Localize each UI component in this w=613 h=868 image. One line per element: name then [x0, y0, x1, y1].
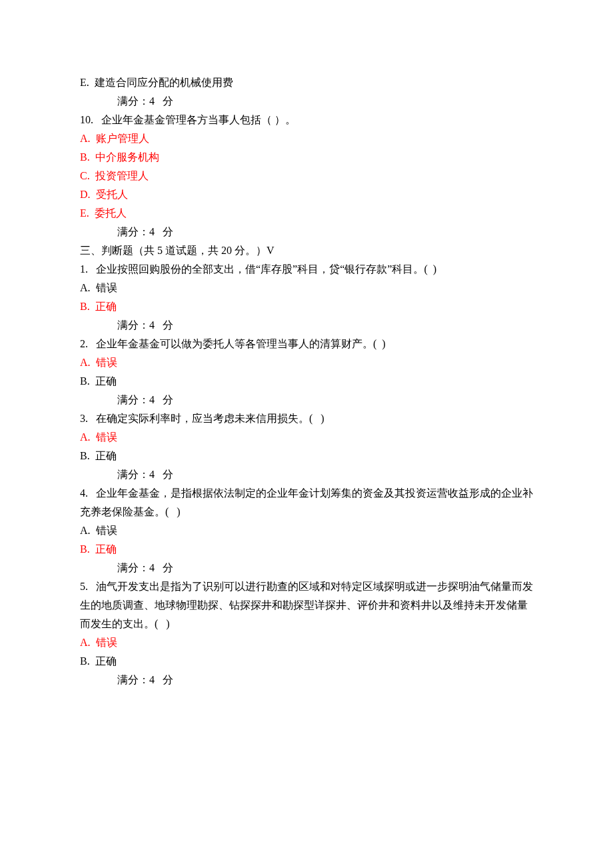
tf1-score: 满分：4 分: [80, 316, 533, 335]
tf4-score: 满分：4 分: [80, 559, 533, 577]
tf2-option-a: A. 错误: [80, 353, 533, 372]
tf5-option-b: B. 正确: [80, 652, 533, 671]
q10-score: 满分：4 分: [80, 223, 533, 241]
section3-heading: 三、判断题（共 5 道试题，共 20 分。）V: [80, 241, 533, 260]
tf1-option-b: B. 正确: [80, 297, 533, 316]
tf2-option-b: B. 正确: [80, 372, 533, 391]
prev-score: 满分：4 分: [80, 92, 533, 111]
tf5-option-a: A. 错误: [80, 633, 533, 652]
tf1-stem: 1. 企业按照回购股份的全部支出，借“库存股”科目，贷“银行存款”科目。( ): [80, 260, 533, 279]
tf3-stem: 3. 在确定实际利率时，应当考虑未来信用损失。( ): [80, 409, 533, 428]
tf3-score: 满分：4 分: [80, 465, 533, 484]
q10-stem: 10. 企业年金基金管理各方当事人包括（ ）。: [80, 111, 533, 129]
q10-option-d: D. 受托人: [80, 185, 533, 204]
tf2-score: 满分：4 分: [80, 391, 533, 409]
tf4-option-b: B. 正确: [80, 540, 533, 559]
tf4-stem: 4. 企业年金基金，是指根据依法制定的企业年金计划筹集的资金及其投资运营收益形成…: [80, 484, 533, 521]
tf4-option-a: A. 错误: [80, 521, 533, 540]
tf5-score: 满分：4 分: [80, 671, 533, 689]
tf5-stem: 5. 油气开发支出是指为了识别可以进行勘查的区域和对特定区域探明或进一步探明油气…: [80, 577, 533, 633]
prev-option-e: E. 建造合同应分配的机械使用费: [80, 73, 533, 92]
q10-option-c: C. 投资管理人: [80, 167, 533, 185]
document-body: E. 建造合同应分配的机械使用费 满分：4 分 10. 企业年金基金管理各方当事…: [80, 73, 533, 689]
tf3-option-a: A. 错误: [80, 428, 533, 447]
tf1-option-a: A. 错误: [80, 279, 533, 297]
tf3-option-b: B. 正确: [80, 447, 533, 465]
q10-option-b: B. 中介服务机构: [80, 148, 533, 167]
q10-option-e: E. 委托人: [80, 204, 533, 223]
q10-option-a: A. 账户管理人: [80, 129, 533, 148]
tf2-stem: 2. 企业年金基金可以做为委托人等各管理当事人的清算财产。( ): [80, 335, 533, 353]
